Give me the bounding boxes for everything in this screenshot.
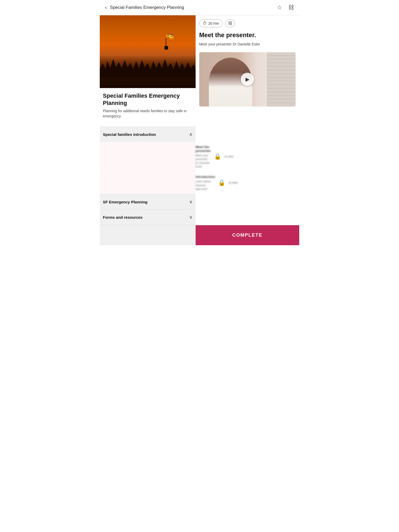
header: ‹ Special Families Emergency Planning ☆ … [100, 0, 299, 15]
bottom-area: COMPLETE [100, 225, 299, 245]
hero-image: 🚁 [100, 15, 196, 88]
accordion-section-planning: SF Emergency Planning ∨ [100, 194, 196, 209]
presenter-desc: Meet your presenter Dr Danielle Esler [199, 42, 296, 47]
chevron-up-icon: ∧ [189, 131, 192, 137]
chevron-down-icon-forms: ∨ [189, 214, 192, 220]
list-item[interactable]: Meet the presenter Meet your presenter D… [100, 142, 196, 172]
accordion-header-forms[interactable]: Forms and resources ∨ [100, 210, 196, 225]
accordion: Special families introduction ∧ Meet the… [100, 127, 196, 225]
accordion-section-intro: Special families introduction ∧ Meet the… [100, 127, 196, 194]
item-title-presenter: Meet the presenter [196, 145, 211, 153]
play-button[interactable]: ▶ [241, 73, 254, 86]
back-button[interactable]: ‹ [104, 4, 108, 11]
item-info-intro: Introduction Learn about hazards approac… [196, 175, 215, 191]
course-title: Special Families Emergency Planning [103, 92, 192, 107]
right-column: ⏱ 20 min ⛓ Meet the presenter. Meet your… [196, 15, 299, 111]
helicopter-icon: 🚁 [166, 31, 175, 39]
accordion-title-forms: Forms and resources [103, 215, 143, 220]
bottom-left-spacer [100, 225, 196, 245]
item-duration-intro: 20 MIN [228, 181, 237, 184]
duration-text: 20 min [208, 21, 219, 25]
chevron-down-icon: ∨ [189, 199, 192, 205]
accordion-header-intro[interactable]: Special families introduction ∧ [100, 127, 196, 142]
item-title-intro: Introduction [196, 175, 215, 179]
bookmark-button[interactable]: ☆ [276, 4, 283, 11]
presenter-heading: Meet the presenter. [199, 31, 296, 39]
clock-icon: ⏱ [203, 21, 207, 26]
course-title-area: Special Families Emergency Planning Plan… [100, 88, 196, 121]
list-item[interactable]: Introduction Learn about hazards approac… [100, 172, 196, 194]
item-desc-presenter: Meet your presenter Dr Danielle Esler [196, 154, 211, 168]
helicopter-line [166, 38, 166, 46]
accordion-items-intro: Meet the presenter Meet your presenter D… [100, 142, 196, 194]
course-subtitle: Planning for additional needs families t… [103, 109, 192, 119]
item-desc-intro: Learn about hazards approach [196, 179, 215, 191]
duration-badge: ⏱ 20 min [199, 19, 223, 27]
accordion-section-forms: Forms and resources ∨ [100, 209, 196, 225]
lock-icon: 🔒 [218, 179, 225, 186]
helicopter-bucket [164, 46, 168, 50]
accordion-title-intro: Special families introduction [103, 132, 156, 137]
item-duration-presenter: 20 MIN [224, 155, 233, 158]
header-icons: ☆ ⛓ [276, 4, 295, 11]
video-wall [267, 52, 296, 107]
header-title: Special Families Emergency Planning [110, 5, 184, 10]
item-info-presenter: Meet the presenter Meet your presenter D… [196, 145, 211, 168]
main-layout: 🚁 Special Families Emergency Planning Pl… [100, 15, 299, 225]
header-left: ‹ Special Families Emergency Planning [104, 4, 184, 11]
left-column: 🚁 Special Families Emergency Planning Pl… [100, 15, 196, 225]
accordion-header-planning[interactable]: SF Emergency Planning ∨ [100, 194, 196, 209]
complete-button[interactable]: COMPLETE [196, 225, 299, 245]
lock-icon: 🔒 [214, 153, 221, 160]
meta-row: ⏱ 20 min ⛓ [199, 19, 296, 27]
link-badge[interactable]: ⛓ [225, 19, 235, 27]
presenter-video[interactable]: ▶ [199, 52, 296, 107]
share-link-button[interactable]: ⛓ [287, 4, 295, 11]
bottom-right-action: COMPLETE [196, 225, 299, 245]
accordion-title-planning: SF Emergency Planning [103, 200, 148, 204]
